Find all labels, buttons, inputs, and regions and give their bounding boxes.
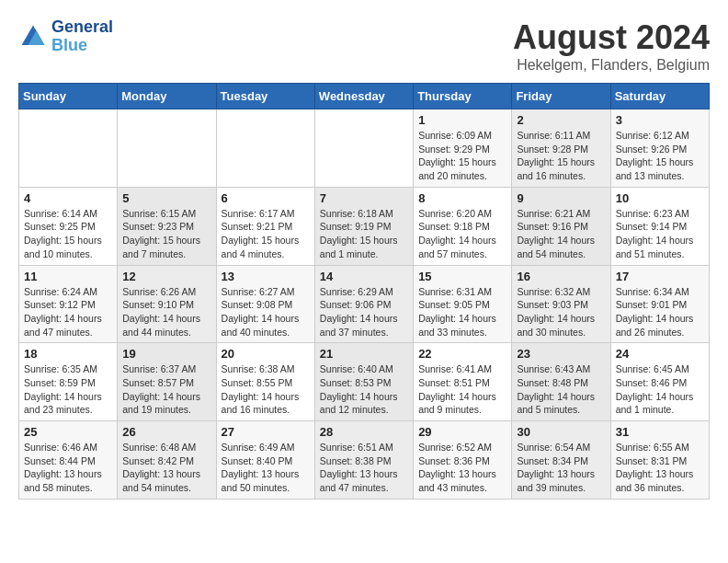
day-info: Sunrise: 6:52 AM Sunset: 8:36 PM Dayligh…: [418, 441, 506, 495]
day-info: Sunrise: 6:48 AM Sunset: 8:42 PM Dayligh…: [122, 441, 210, 495]
day-number: 2: [517, 113, 605, 127]
day-number: 13: [222, 270, 310, 283]
day-info: Sunrise: 6:49 AM Sunset: 8:40 PM Dayligh…: [222, 441, 310, 495]
calendar-cell: 15Sunrise: 6:31 AM Sunset: 9:05 PM Dayli…: [414, 265, 512, 343]
day-info: Sunrise: 6:54 AM Sunset: 8:34 PM Dayligh…: [517, 441, 605, 495]
day-number: 26: [122, 425, 210, 439]
calendar-cell: 8Sunrise: 6:20 AM Sunset: 9:18 PM Daylig…: [414, 187, 512, 265]
day-info: Sunrise: 6:45 AM Sunset: 8:46 PM Dayligh…: [616, 362, 704, 417]
calendar-week-row: 1Sunrise: 6:09 AM Sunset: 9:29 PM Daylig…: [19, 109, 710, 188]
calendar-subtitle: Hekelgem, Flanders, Belgium: [513, 57, 710, 74]
weekday-header: Sunday: [19, 84, 118, 109]
day-number: 15: [418, 270, 506, 283]
day-number: 7: [320, 191, 408, 205]
weekday-header: Wednesday: [314, 84, 413, 109]
weekday-header: Tuesday: [216, 84, 314, 109]
day-number: 25: [24, 425, 112, 439]
day-info: Sunrise: 6:26 AM Sunset: 9:10 PM Dayligh…: [122, 285, 210, 339]
weekday-header: Thursday: [414, 84, 512, 109]
page-header: General Blue August 2024 Hekelgem, Fland…: [18, 18, 710, 74]
day-number: 19: [122, 347, 210, 361]
calendar-cell: [19, 109, 118, 188]
calendar-cell: 20Sunrise: 6:38 AM Sunset: 8:55 PM Dayli…: [216, 343, 314, 421]
weekday-header: Friday: [512, 84, 610, 109]
day-info: Sunrise: 6:20 AM Sunset: 9:18 PM Dayligh…: [418, 207, 506, 261]
day-info: Sunrise: 6:23 AM Sunset: 9:14 PM Dayligh…: [616, 207, 704, 261]
day-info: Sunrise: 6:38 AM Sunset: 8:55 PM Dayligh…: [222, 362, 310, 417]
calendar-cell: 2Sunrise: 6:11 AM Sunset: 9:28 PM Daylig…: [512, 109, 610, 188]
day-number: 17: [616, 270, 704, 283]
calendar-week-row: 25Sunrise: 6:46 AM Sunset: 8:44 PM Dayli…: [19, 421, 710, 500]
day-info: Sunrise: 6:51 AM Sunset: 8:38 PM Dayligh…: [320, 441, 408, 495]
day-number: 10: [616, 191, 704, 205]
calendar-week-row: 11Sunrise: 6:24 AM Sunset: 9:12 PM Dayli…: [19, 265, 710, 343]
day-info: Sunrise: 6:21 AM Sunset: 9:16 PM Dayligh…: [517, 207, 605, 261]
weekday-header: Monday: [118, 84, 216, 109]
calendar-cell: 14Sunrise: 6:29 AM Sunset: 9:06 PM Dayli…: [314, 265, 413, 343]
calendar-cell: 1Sunrise: 6:09 AM Sunset: 9:29 PM Daylig…: [414, 109, 512, 188]
calendar-cell: 17Sunrise: 6:34 AM Sunset: 9:01 PM Dayli…: [610, 265, 709, 343]
calendar-cell: 11Sunrise: 6:24 AM Sunset: 9:12 PM Dayli…: [19, 265, 118, 343]
calendar-cell: [216, 109, 314, 188]
day-number: 18: [24, 347, 112, 361]
calendar-cell: 18Sunrise: 6:35 AM Sunset: 8:59 PM Dayli…: [19, 343, 118, 421]
calendar-cell: 10Sunrise: 6:23 AM Sunset: 9:14 PM Dayli…: [610, 187, 709, 265]
weekday-header: Saturday: [610, 84, 709, 109]
day-info: Sunrise: 6:35 AM Sunset: 8:59 PM Dayligh…: [24, 362, 112, 417]
day-info: Sunrise: 6:09 AM Sunset: 9:29 PM Dayligh…: [418, 129, 506, 183]
day-number: 3: [616, 113, 704, 127]
day-info: Sunrise: 6:40 AM Sunset: 8:53 PM Dayligh…: [320, 362, 408, 417]
calendar-cell: 5Sunrise: 6:15 AM Sunset: 9:23 PM Daylig…: [118, 187, 216, 265]
day-number: 20: [222, 347, 310, 361]
day-number: 28: [320, 425, 408, 439]
day-number: 16: [517, 270, 605, 283]
day-info: Sunrise: 6:18 AM Sunset: 9:19 PM Dayligh…: [320, 207, 408, 261]
day-info: Sunrise: 6:37 AM Sunset: 8:57 PM Dayligh…: [122, 362, 210, 417]
logo: General Blue: [18, 18, 113, 55]
day-number: 9: [517, 191, 605, 205]
day-number: 1: [418, 113, 506, 127]
day-info: Sunrise: 6:12 AM Sunset: 9:26 PM Dayligh…: [616, 129, 704, 183]
day-number: 30: [517, 425, 605, 439]
day-info: Sunrise: 6:15 AM Sunset: 9:23 PM Dayligh…: [122, 207, 210, 261]
calendar-cell: 9Sunrise: 6:21 AM Sunset: 9:16 PM Daylig…: [512, 187, 610, 265]
day-info: Sunrise: 6:41 AM Sunset: 8:51 PM Dayligh…: [418, 362, 506, 417]
logo-text: General Blue: [51, 18, 113, 55]
day-info: Sunrise: 6:31 AM Sunset: 9:05 PM Dayligh…: [418, 285, 506, 339]
calendar-cell: 23Sunrise: 6:43 AM Sunset: 8:48 PM Dayli…: [512, 343, 610, 421]
day-info: Sunrise: 6:46 AM Sunset: 8:44 PM Dayligh…: [24, 441, 112, 495]
calendar-cell: 24Sunrise: 6:45 AM Sunset: 8:46 PM Dayli…: [610, 343, 709, 421]
calendar-cell: 30Sunrise: 6:54 AM Sunset: 8:34 PM Dayli…: [512, 421, 610, 500]
calendar-cell: 28Sunrise: 6:51 AM Sunset: 8:38 PM Dayli…: [314, 421, 413, 500]
day-info: Sunrise: 6:27 AM Sunset: 9:08 PM Dayligh…: [222, 285, 310, 339]
title-block: August 2024 Hekelgem, Flanders, Belgium: [513, 18, 710, 74]
day-info: Sunrise: 6:32 AM Sunset: 9:03 PM Dayligh…: [517, 285, 605, 339]
day-number: 12: [122, 270, 210, 283]
day-info: Sunrise: 6:17 AM Sunset: 9:21 PM Dayligh…: [222, 207, 310, 261]
calendar-cell: 26Sunrise: 6:48 AM Sunset: 8:42 PM Dayli…: [118, 421, 216, 500]
day-number: 5: [122, 191, 210, 205]
calendar-cell: 21Sunrise: 6:40 AM Sunset: 8:53 PM Dayli…: [314, 343, 413, 421]
day-number: 14: [320, 270, 408, 283]
calendar-cell: 19Sunrise: 6:37 AM Sunset: 8:57 PM Dayli…: [118, 343, 216, 421]
calendar-cell: 29Sunrise: 6:52 AM Sunset: 8:36 PM Dayli…: [414, 421, 512, 500]
calendar-cell: [314, 109, 413, 188]
calendar-cell: 7Sunrise: 6:18 AM Sunset: 9:19 PM Daylig…: [314, 187, 413, 265]
calendar-cell: 16Sunrise: 6:32 AM Sunset: 9:03 PM Dayli…: [512, 265, 610, 343]
day-number: 31: [616, 425, 704, 439]
day-number: 4: [24, 191, 112, 205]
calendar-table: SundayMondayTuesdayWednesdayThursdayFrid…: [18, 83, 710, 500]
day-info: Sunrise: 6:14 AM Sunset: 9:25 PM Dayligh…: [24, 207, 112, 261]
calendar-cell: 27Sunrise: 6:49 AM Sunset: 8:40 PM Dayli…: [216, 421, 314, 500]
day-number: 21: [320, 347, 408, 361]
calendar-title: August 2024: [513, 18, 710, 57]
day-number: 27: [222, 425, 310, 439]
calendar-cell: 4Sunrise: 6:14 AM Sunset: 9:25 PM Daylig…: [19, 187, 118, 265]
logo-icon: [18, 22, 48, 52]
calendar-cell: 12Sunrise: 6:26 AM Sunset: 9:10 PM Dayli…: [118, 265, 216, 343]
calendar-week-row: 18Sunrise: 6:35 AM Sunset: 8:59 PM Dayli…: [19, 343, 710, 421]
day-info: Sunrise: 6:34 AM Sunset: 9:01 PM Dayligh…: [616, 285, 704, 339]
calendar-cell: 25Sunrise: 6:46 AM Sunset: 8:44 PM Dayli…: [19, 421, 118, 500]
calendar-cell: 31Sunrise: 6:55 AM Sunset: 8:31 PM Dayli…: [610, 421, 709, 500]
calendar-cell: [118, 109, 216, 188]
